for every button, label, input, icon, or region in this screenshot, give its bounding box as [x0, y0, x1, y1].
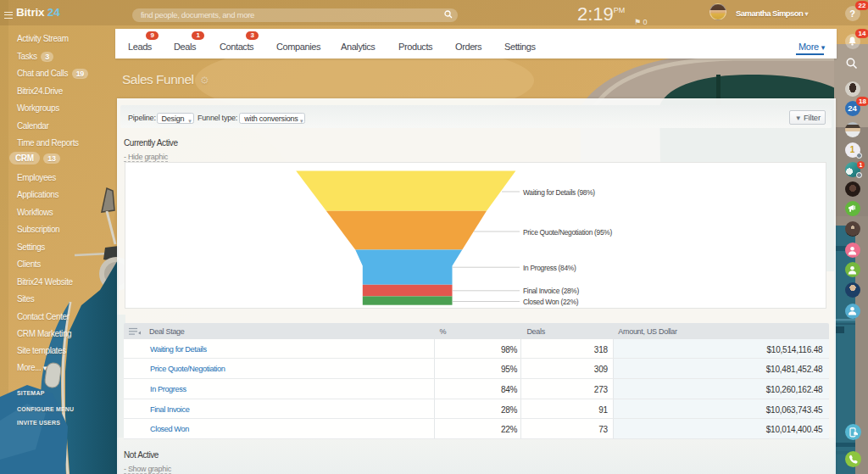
- svg-text:Closed Won (22%): Closed Won (22%): [523, 298, 579, 306]
- svg-text:Waiting for Details (98%): Waiting for Details (98%): [523, 188, 595, 197]
- svg-text:Final Invoice (28%): Final Invoice (28%): [523, 287, 579, 295]
- svg-text:In Progress (84%): In Progress (84%): [523, 264, 576, 272]
- svg-text:Price Quote/Negotiation (95%): Price Quote/Negotiation (95%): [523, 228, 612, 237]
